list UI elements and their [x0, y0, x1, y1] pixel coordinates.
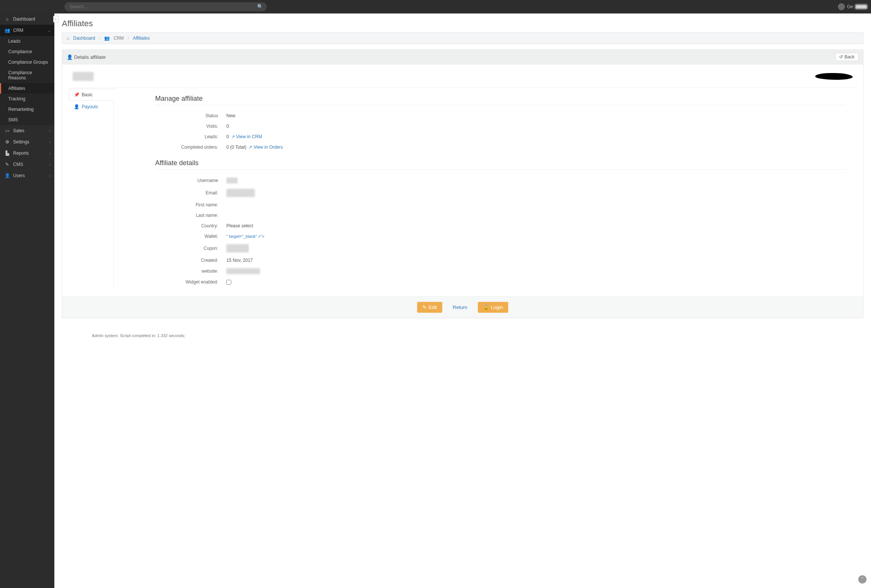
details-panel: 👤 Details affiliate ↺ Back 📌 Basic: [62, 49, 864, 318]
users-icon: 👥: [4, 28, 10, 33]
sidebar-item-dashboard[interactable]: ⌂ Dashboard: [0, 13, 54, 25]
widget-enabled-checkbox[interactable]: [226, 280, 231, 285]
unlock-icon: 🔓: [483, 304, 489, 310]
row-cupon: Cupon:: [155, 242, 846, 255]
row-email: Email:: [155, 186, 846, 200]
breadcrumb-dashboard[interactable]: Dashboard: [73, 36, 95, 41]
row-created: Created: 15 Nov, 2017: [155, 255, 846, 266]
sidebar: ‹ ⌂ Dashboard 👥 CRM ⌄ Leads Compliance C…: [0, 13, 54, 588]
chevron-up-icon: ˄: [861, 577, 864, 582]
search-wrap: 🔍: [64, 2, 267, 11]
users-icon: 👥: [104, 36, 110, 41]
section-details-heading: Affiliate details: [155, 159, 846, 170]
website-label: website:: [155, 269, 226, 274]
row-visits: Visits: 0: [155, 121, 846, 131]
sidebar-sub-compliance[interactable]: Compliance: [0, 46, 54, 57]
row-firstname: First name:: [155, 200, 846, 210]
gear-icon: ⚙: [4, 139, 10, 145]
affiliate-logo-redacted: [815, 73, 853, 80]
scroll-to-top-button[interactable]: ˄: [858, 575, 867, 584]
edit-button[interactable]: ✎ Edit: [417, 302, 442, 313]
row-wallet: Wallet: " target="_blank" >">: [155, 231, 846, 242]
avatar-icon: [838, 3, 845, 10]
breadcrumb: ⌂ Dashboard › 👥 CRM › Affiliates: [62, 32, 864, 44]
sidebar-sub-leads[interactable]: Leads: [0, 36, 54, 46]
content-columns: 📌 Basic 👤 Payouts Manage affiliate Statu…: [69, 88, 856, 287]
created-value: 15 Nov, 2017: [226, 258, 253, 263]
row-status: Status New: [155, 110, 846, 121]
orders-label: Completed orders:: [155, 145, 226, 150]
chevron-left-icon: ‹: [49, 163, 51, 167]
sidebar-item-crm[interactable]: 👥 CRM ⌄: [0, 25, 54, 36]
detail-column: Manage affiliate Status New Visits: 0 Le…: [114, 88, 856, 287]
tab-basic[interactable]: 📌 Basic: [69, 89, 114, 101]
sidebar-sub-compliance-groups[interactable]: Compliance Groups: [0, 57, 54, 67]
panel-header: 👤 Details affiliate ↺ Back: [62, 50, 863, 64]
home-icon: ⌂: [67, 36, 69, 41]
credit-card-icon: ▭: [4, 128, 10, 133]
sidebar-label: CMS: [13, 162, 23, 167]
view-in-orders-link[interactable]: ↗ View in Orders: [248, 145, 283, 150]
chevron-left-icon: ‹: [49, 129, 51, 133]
cupon-value-redacted: [226, 244, 249, 252]
view-in-crm-link[interactable]: ↗ View in CRM: [231, 134, 262, 139]
pencil-icon: ✎: [4, 162, 10, 167]
search-icon[interactable]: 🔍: [257, 4, 263, 9]
main-content: Affiliates ⌂ Dashboard › 👥 CRM › Affilia…: [54, 13, 871, 588]
affiliate-id-redacted: [73, 72, 94, 81]
affiliate-id-row: [69, 70, 856, 88]
sidebar-sub-compliance-reasons[interactable]: Compliance Reasons: [0, 67, 54, 83]
country-label: Country:: [155, 223, 226, 228]
back-button[interactable]: ↺ Back: [835, 53, 859, 61]
return-button[interactable]: Return: [447, 302, 473, 313]
login-button[interactable]: 🔓 Login: [478, 302, 508, 313]
section-manage-heading: Manage affiliate: [155, 95, 846, 105]
chart-icon: ▙: [4, 151, 10, 156]
row-lastname: Last name:: [155, 210, 846, 221]
leads-value: 0: [226, 134, 229, 139]
sidebar-item-settings[interactable]: ⚙ Settings ‹: [0, 136, 54, 148]
country-value: Please select: [226, 223, 253, 228]
external-link-icon: ↗: [231, 134, 235, 139]
user-label: Ge: [847, 4, 853, 9]
tab-label: Basic: [82, 92, 93, 97]
row-widget: Widget enabled:: [155, 277, 846, 287]
chevron-left-icon: ‹: [49, 140, 51, 144]
chevron-right-icon: ›: [99, 36, 100, 41]
panel-footer: ✎ Edit Return 🔓 Login: [62, 296, 863, 318]
sidebar-label: Dashboard: [13, 16, 35, 22]
chevron-down-icon: ⌄: [48, 28, 51, 33]
login-label: Login: [491, 304, 503, 310]
visits-label: Visits:: [155, 124, 226, 129]
status-value: New: [226, 113, 235, 118]
search-input[interactable]: [64, 2, 267, 11]
breadcrumb-current[interactable]: Affiliates: [133, 36, 150, 41]
sidebar-sub-tracking[interactable]: Tracking: [0, 94, 54, 104]
status-label: Status: [155, 113, 226, 118]
tab-payouts[interactable]: 👤 Payouts: [69, 101, 114, 113]
row-username: Username: [155, 175, 846, 186]
sidebar-item-sales[interactable]: ▭ Sales ‹: [0, 125, 54, 136]
visits-value: 0: [226, 124, 229, 129]
user-icon: 👤: [67, 54, 73, 60]
sidebar-item-users[interactable]: 👤 Users ‹: [0, 170, 54, 181]
created-label: Created:: [155, 258, 226, 263]
sidebar-item-reports[interactable]: ▙ Reports ‹: [0, 148, 54, 159]
sidebar-sub-affiliates[interactable]: Affiliates: [0, 83, 54, 94]
username-value-redacted: [226, 178, 238, 184]
row-orders: Completed orders: 0 (0 Total) ↗ View in …: [155, 142, 846, 152]
wallet-link[interactable]: " target="_blank" >">: [226, 234, 265, 239]
back-label: Back: [844, 54, 855, 60]
chevron-right-icon: ›: [127, 36, 129, 41]
sidebar-sub-sms[interactable]: SMS: [0, 115, 54, 125]
username-label: Username: [155, 178, 226, 183]
user-menu[interactable]: Ge: [838, 3, 867, 10]
row-leads: Leads: 0 ↗ View in CRM: [155, 131, 846, 142]
breadcrumb-crm: CRM: [114, 36, 124, 41]
side-tabs: 📌 Basic 👤 Payouts: [69, 88, 114, 287]
lastname-label: Last name:: [155, 213, 226, 218]
cupon-label: Cupon:: [155, 246, 226, 251]
sidebar-label: CRM: [13, 28, 23, 33]
sidebar-sub-remarketing[interactable]: Remarketing: [0, 104, 54, 115]
sidebar-item-cms[interactable]: ✎ CMS ‹: [0, 159, 54, 170]
